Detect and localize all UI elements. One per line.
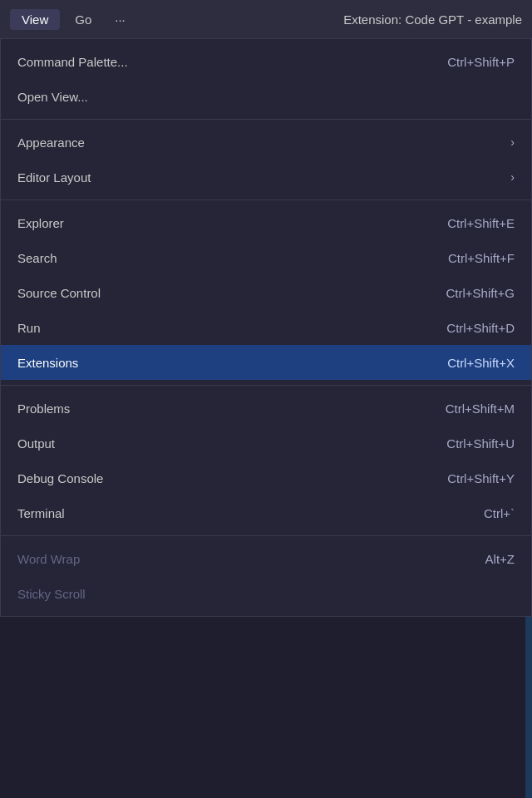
top-menu-bar: View Go ··· Extension: Code GPT - exampl… xyxy=(0,0,532,38)
menu-item-problems[interactable]: ProblemsCtrl+Shift+M xyxy=(1,391,531,426)
menu-item-command-palette[interactable]: Command Palette...Ctrl+Shift+P xyxy=(1,44,531,79)
menu-item-label: Output xyxy=(17,436,55,451)
submenu-arrow-icon: › xyxy=(510,135,515,149)
menu-item-sticky-scroll: Sticky Scroll xyxy=(1,576,531,611)
submenu-arrow-icon: › xyxy=(510,170,515,184)
menu-item-label: Debug Console xyxy=(17,471,103,485)
menu-item-extensions[interactable]: ExtensionsCtrl+Shift+X xyxy=(1,345,531,380)
menu-item-open-view[interactable]: Open View... xyxy=(1,79,531,114)
menu-more[interactable]: ··· xyxy=(106,9,134,30)
keyboard-shortcut: Ctrl+` xyxy=(484,506,515,520)
keyboard-shortcut: Ctrl+Shift+D xyxy=(446,321,515,335)
menu-go[interactable]: Go xyxy=(63,9,103,30)
keyboard-shortcut: Ctrl+Shift+E xyxy=(447,216,515,230)
menu-item-label: Command Palette... xyxy=(17,55,128,69)
keyboard-shortcut: Ctrl+Shift+Y xyxy=(447,471,515,485)
menu-item-label: Extensions xyxy=(17,356,78,370)
menu-item-label: Search xyxy=(17,251,57,265)
menu-item-label: Sticky Scroll xyxy=(17,587,86,601)
menu-item-label: Editor Layout xyxy=(17,170,91,185)
menu-item-label: Open View... xyxy=(17,90,88,104)
menu-item-editor-layout[interactable]: Editor Layout› xyxy=(1,160,531,195)
menu-item-source-control[interactable]: Source ControlCtrl+Shift+G xyxy=(1,275,531,310)
menu-section-3: ProblemsCtrl+Shift+MOutputCtrl+Shift+UDe… xyxy=(1,386,531,536)
keyboard-shortcut: Ctrl+Shift+G xyxy=(446,286,515,300)
menu-item-explorer[interactable]: ExplorerCtrl+Shift+E xyxy=(1,205,531,240)
window-title: Extension: Code GPT - example xyxy=(343,12,522,27)
menu-item-terminal[interactable]: TerminalCtrl+` xyxy=(1,495,531,530)
menu-item-label: Problems xyxy=(17,401,70,416)
menu-section-4: Word WrapAlt+ZSticky Scroll xyxy=(1,536,531,616)
menu-section-2: ExplorerCtrl+Shift+ESearchCtrl+Shift+FSo… xyxy=(1,200,531,386)
menu-item-appearance[interactable]: Appearance› xyxy=(1,125,531,160)
menu-item-label: Explorer xyxy=(17,216,64,230)
menu-item-output[interactable]: OutputCtrl+Shift+U xyxy=(1,426,531,461)
menu-view[interactable]: View xyxy=(10,9,60,30)
keyboard-shortcut: Ctrl+Shift+M xyxy=(446,401,515,416)
keyboard-shortcut: Ctrl+Shift+X xyxy=(447,356,515,370)
menu-item-search[interactable]: SearchCtrl+Shift+F xyxy=(1,240,531,275)
keyboard-shortcut: Ctrl+Shift+U xyxy=(446,436,515,451)
menu-section-1: Appearance›Editor Layout› xyxy=(1,120,531,200)
menu-item-word-wrap: Word WrapAlt+Z xyxy=(1,541,531,576)
dropdown-menu: Command Palette...Ctrl+Shift+POpen View.… xyxy=(0,38,532,617)
menu-item-label: Source Control xyxy=(17,286,101,300)
keyboard-shortcut: Alt+Z xyxy=(485,552,515,566)
keyboard-shortcut: Ctrl+Shift+P xyxy=(447,55,515,69)
menu-item-label: Word Wrap xyxy=(17,552,80,566)
menu-item-label: Terminal xyxy=(17,506,65,520)
keyboard-shortcut: Ctrl+Shift+F xyxy=(448,251,515,265)
menu-item-debug-console[interactable]: Debug ConsoleCtrl+Shift+Y xyxy=(1,461,531,495)
menu-item-run[interactable]: RunCtrl+Shift+D xyxy=(1,310,531,345)
menu-item-label: Run xyxy=(17,321,41,335)
menu-item-label: Appearance xyxy=(17,135,85,150)
menu-section-0: Command Palette...Ctrl+Shift+POpen View.… xyxy=(1,39,531,120)
